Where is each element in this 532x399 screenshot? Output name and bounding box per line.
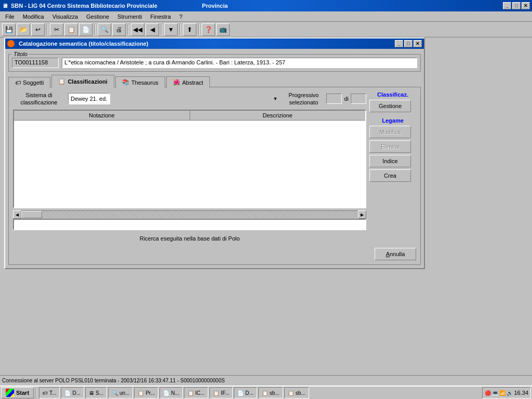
inner-title-text: Catalogazione semantica (titolo/classifi… [19,41,148,47]
status-bar: Connessione al server POLO PSSL010 termi… [0,375,532,385]
menu-gestione[interactable]: Gestione [82,12,113,21]
toolbar-copy[interactable]: 📋 [64,23,78,36]
inner-title-left: Catalogazione semantica (titolo/classifi… [7,40,148,47]
taskbar-btn-t[interactable]: 🏷 T... [39,387,60,398]
table-body[interactable] [14,121,365,204]
toolbar-search[interactable]: 🔍 [98,23,111,36]
table-area: Notazione Descrizione [13,110,366,208]
sistema-row: Sistema diclassificazione Dewey 21. ed. … [13,91,366,107]
menu-finestra[interactable]: Finestra [146,12,175,21]
tab-thesaurus[interactable]: 📚 Thesaurus [115,76,165,88]
taskbar-icon-un: 🔍 [112,390,118,396]
inner-minimize-btn[interactable]: _ [395,40,403,47]
scroll-right-btn[interactable]: ▶ [358,210,366,219]
sistema-select[interactable]: Dewey 21. ed. CDD LCC [68,93,110,104]
status-bar-text: Connessione al server POLO PSSL010 termi… [2,378,225,383]
taskbar-right: 🔴 💻 📶 🔊 16.34 [482,387,531,398]
toolbar-sep6 [198,24,200,35]
taskbar-btn-pr[interactable]: 📋 Pr... [134,387,158,398]
taskbar-icon-t: 🏷 [43,390,48,396]
inner-close-btn[interactable]: ✕ [414,40,422,47]
clock: 16.34 [514,390,528,396]
toolbar-new[interactable]: 💾 [2,23,16,36]
toolbar-undo[interactable]: ↩ [31,23,45,36]
menu-help[interactable]: ? [175,12,187,21]
toolbar-paste[interactable]: 📄 [79,23,92,36]
taskbar: Start 🏷 T... 📄 D... 🖥 S... 🔍 un... 📋 Pr.… [0,385,532,399]
taskbar-icon-pr: 📋 [138,390,144,396]
toolbar-prev[interactable]: ◀ [145,23,159,36]
taskbar-btn-sb2[interactable]: 📋 sb... [284,387,309,398]
menu-strumenti[interactable]: Strumenti [113,12,146,21]
toolbar-sep1 [47,24,48,35]
taskbar-icon-d2: 📄 [237,390,244,396]
crea-btn[interactable]: Crea [369,169,411,182]
close-btn[interactable]: ✕ [522,2,530,9]
titolo-label: Titolo [12,51,29,57]
thesaurus-label: Thesaurus [131,79,158,86]
inner-title-icon [7,40,15,47]
sistema-select-wrapper: Dewey 21. ed. CDD LCC [68,93,280,104]
taskbar-btn-d2[interactable]: 📄 D... [234,387,257,398]
toolbar-cut[interactable]: ✂ [50,23,63,36]
toolbar-open[interactable]: 📂 [17,23,30,36]
toolbar-sep2 [95,24,96,35]
taskbar-btn-n[interactable]: 📄 N... [159,387,183,398]
start-icon [6,389,14,397]
main-win-controls: _ □ ✕ [503,2,530,9]
titolo-id: TO00111158 [12,58,59,68]
tab-classificazioni[interactable]: 📋 Classificazioni [51,75,114,87]
scroll-thumb[interactable] [21,211,42,218]
start-button[interactable]: Start [1,387,34,398]
gestione-btn[interactable]: Gestione [369,100,411,112]
menu-visualizza[interactable]: Visualizza [48,12,82,21]
taskbar-label-s: S... [96,390,103,396]
indice-btn[interactable]: Indice [369,155,411,167]
annulla-btn[interactable]: Annulla [375,248,416,260]
progressivo-label: Progressivoselezionato [283,91,324,107]
inner-maximize-btn[interactable]: □ [404,40,413,47]
menu-file[interactable]: File [1,12,19,21]
toolbar-sep5 [180,24,181,35]
taskbar-label-un: un... [119,390,129,396]
menu-modifica[interactable]: Modifica [19,12,48,21]
toolbar-upload[interactable]: ⬆ [183,23,196,36]
status-input[interactable] [13,219,366,230]
minimize-btn[interactable]: _ [503,2,511,9]
classif-layout: Sistema diclassificazione Dewey 21. ed. … [13,91,416,245]
scroll-track[interactable] [21,211,358,218]
elimina-btn[interactable]: Elimina [369,140,411,153]
taskbar-btn-ic[interactable]: 📋 IC... [184,387,208,398]
titolo-row: TO00111158 L'*etica nicomachea / Aristot… [12,58,417,68]
sistema-label: Sistema diclassificazione [13,91,65,107]
taskbar-btn-sb1[interactable]: 📋 sb... [258,387,283,398]
toolbar-help[interactable]: ❓ [202,23,215,36]
toolbar-nav-dropdown[interactable]: ▼ [164,23,178,36]
tab-soggetti[interactable]: 🏷 Soggetti [8,77,50,88]
taskbar-btn-un[interactable]: 🔍 un... [108,387,133,398]
toolbar-sep3 [128,24,129,35]
di-input[interactable] [351,94,366,104]
taskbar-btn-d1[interactable]: 📄 D... [61,387,84,398]
scroll-left-btn[interactable]: ◀ [13,210,21,219]
main-title-icon: 🖥 [2,3,8,9]
toolbar-extra[interactable]: 📺 [216,23,230,36]
di-label: di [344,96,349,102]
taskbar-label-t: T... [49,390,56,396]
classificazioni-icon: 📋 [58,78,65,85]
taskbar-label-sb1: sb... [270,390,280,396]
taskbar-btn-if[interactable]: 📋 IF... [209,387,233,398]
tab-abstract[interactable]: 🌺 Abstract [166,76,210,88]
modifica-btn[interactable]: Modifica [369,126,411,138]
legame-label: Legame [369,117,416,124]
scrollbar-h[interactable]: ◀ ▶ [13,210,366,219]
taskbar-btn-s[interactable]: 🖥 S... [85,387,107,398]
progressivo-input[interactable] [326,94,342,104]
taskbar-label-ic: IC... [195,390,205,396]
maximize-btn[interactable]: □ [512,2,521,9]
taskbar-icon-ic: 📋 [188,390,194,396]
inner-window: Catalogazione semantica (titolo/classifi… [4,37,425,269]
status-text: Ricerca eseguita nella base dati di Polo [13,232,366,245]
toolbar-first[interactable]: ◀◀ [131,23,144,36]
toolbar-print[interactable]: 🖨 [112,23,126,36]
